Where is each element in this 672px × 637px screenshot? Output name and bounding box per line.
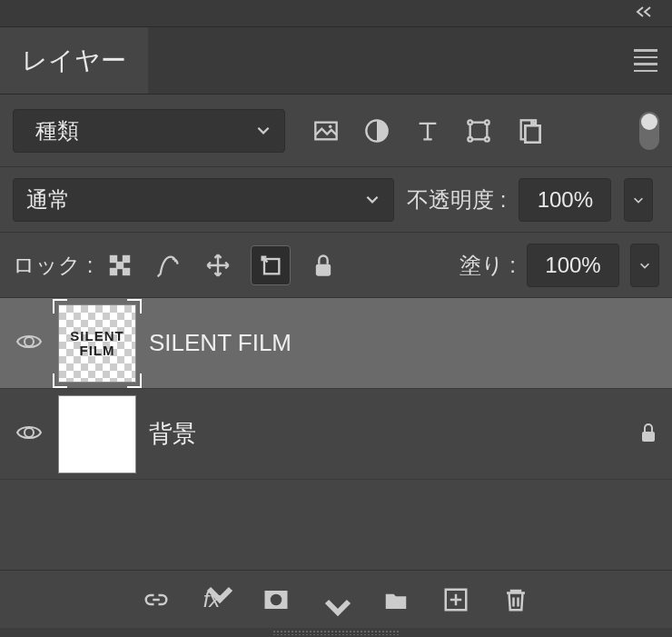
svg-point-8 [485, 137, 489, 142]
layer-thumbnail[interactable] [58, 395, 136, 473]
lock-all-icon[interactable] [307, 249, 340, 282]
svg-point-19 [25, 337, 34, 346]
svg-point-5 [468, 120, 472, 124]
menu-icon [634, 49, 657, 72]
eye-icon [15, 419, 43, 450]
eye-icon [15, 328, 43, 359]
group-layers-icon[interactable] [382, 586, 410, 613]
new-layer-icon[interactable] [442, 586, 469, 613]
svg-rect-4 [470, 122, 488, 139]
resize-grip[interactable] [0, 628, 672, 637]
toggle-knob [641, 114, 657, 130]
adjustment-layer-icon[interactable] [322, 586, 350, 613]
svg-rect-16 [123, 267, 130, 274]
visibility-toggle[interactable] [13, 328, 45, 359]
filter-kind-label: 種類 [35, 116, 79, 145]
filter-smart-object-icon[interactable] [516, 117, 543, 144]
opacity-label: 不透明度 : [407, 185, 506, 214]
collapse-icon[interactable] [636, 4, 661, 23]
layer-row[interactable]: SILENT FILM SILENT FILM [0, 298, 672, 389]
blend-row: 通常 不透明度 : 100% [0, 167, 672, 233]
svg-rect-18 [316, 264, 331, 275]
svg-rect-21 [642, 432, 655, 442]
layer-row[interactable]: 背景 [0, 389, 672, 480]
delete-layer-icon[interactable] [502, 586, 529, 613]
layer-name[interactable]: 背景 [149, 418, 196, 450]
filter-pixel-layer-icon[interactable] [312, 117, 340, 144]
lock-artboard-icon[interactable] [251, 245, 291, 285]
lock-image-icon[interactable] [153, 249, 185, 282]
tab-label: レイヤー [22, 44, 126, 78]
lock-transparency-icon[interactable] [104, 249, 136, 282]
svg-point-23 [271, 593, 282, 605]
layer-thumbnail[interactable]: SILENT FILM [58, 304, 136, 383]
filter-row: 種類 [0, 95, 672, 167]
opacity-popup-button[interactable] [624, 178, 653, 222]
blend-mode-label: 通常 [26, 185, 70, 214]
layer-name[interactable]: SILENT FILM [149, 329, 292, 357]
filter-adjustment-layer-icon[interactable] [363, 117, 390, 144]
layer-mask-icon[interactable] [262, 586, 290, 613]
svg-point-7 [468, 137, 472, 142]
lock-row: ロック : 塗り : 100% [0, 233, 672, 298]
filter-kind-dropdown[interactable]: 種類 [13, 109, 285, 153]
tab-bar: レイヤー [0, 27, 672, 95]
panel-menu-button[interactable] [619, 27, 672, 94]
fill-value[interactable]: 100% [527, 244, 619, 287]
svg-point-2 [329, 124, 332, 128]
chevron-down-icon [364, 187, 380, 213]
fill-label: 塗り : [460, 251, 516, 280]
chevron-down-icon [255, 118, 272, 144]
filter-type-layer-icon[interactable] [414, 117, 441, 144]
filter-icon-strip [312, 117, 543, 144]
lock-icons [104, 245, 340, 285]
panel-topbar [0, 0, 672, 27]
fill-popup-button[interactable] [630, 244, 659, 287]
bottom-toolbar: fx [0, 570, 672, 628]
lock-icon[interactable] [637, 422, 659, 447]
thumbnail-preview-text: SILENT FILM [59, 305, 135, 382]
svg-rect-15 [110, 267, 117, 274]
lock-position-icon[interactable] [202, 249, 234, 282]
layer-list: SILENT FILM SILENT FILM 背景 [0, 298, 672, 570]
svg-point-6 [485, 120, 489, 124]
layers-panel: レイヤー 種類 [0, 0, 672, 637]
opacity-value[interactable]: 100% [519, 178, 611, 222]
blend-mode-dropdown[interactable]: 通常 [13, 178, 394, 222]
tab-layers[interactable]: レイヤー [0, 27, 148, 94]
lock-label: ロック : [13, 251, 93, 280]
svg-rect-10 [525, 125, 539, 143]
visibility-toggle[interactable] [13, 419, 45, 450]
link-layers-icon[interactable] [143, 586, 170, 613]
layer-style-icon[interactable]: fx [203, 586, 230, 613]
filter-toggle[interactable] [639, 112, 659, 150]
svg-point-20 [25, 428, 34, 437]
filter-shape-layer-icon[interactable] [465, 117, 492, 144]
